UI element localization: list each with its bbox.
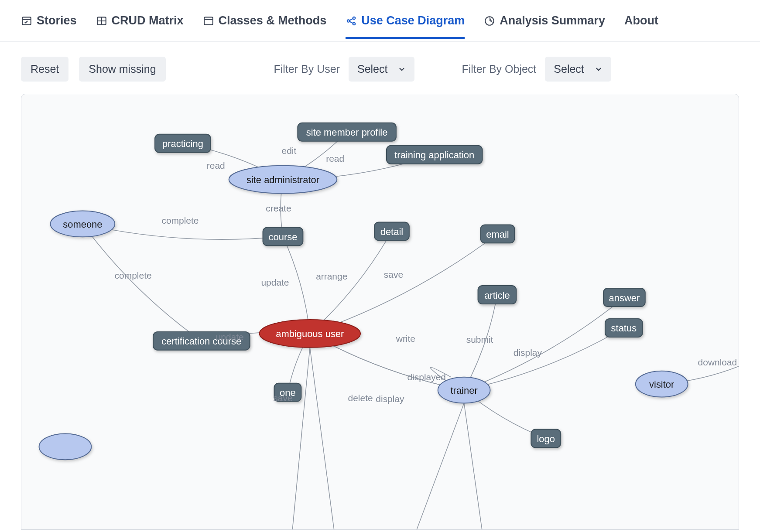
svg-text:article: article — [484, 290, 510, 301]
edge-label: complete — [115, 270, 152, 280]
filter-user-group: Filter By User Select — [274, 57, 415, 82]
tab-crud[interactable]: CRUD Matrix — [96, 14, 184, 39]
edge-label: save — [384, 269, 403, 280]
svg-text:email: email — [486, 229, 509, 240]
select-value: Select — [554, 63, 584, 75]
filter-object-select[interactable]: Select — [545, 57, 611, 82]
chevron-down-icon — [595, 65, 603, 73]
actor-node-siteadmin[interactable]: site administrator — [229, 166, 337, 194]
toolbar: Reset Show missing Filter By User Select… — [0, 42, 760, 94]
tab-usecase[interactable]: Use Case Diagram — [346, 14, 465, 39]
filter-object-label: Filter By Object — [462, 63, 536, 75]
edge — [464, 403, 483, 529]
tab-label: About — [624, 14, 658, 27]
svg-text:detail: detail — [380, 226, 403, 237]
edge-label: update — [216, 332, 244, 342]
object-node-training[interactable]: training application — [387, 146, 483, 164]
edge-label: read — [207, 160, 225, 171]
pie-icon — [484, 15, 495, 27]
svg-text:trainer: trainer — [451, 385, 478, 396]
edge — [82, 224, 201, 341]
edge-label: display — [376, 394, 404, 404]
object-node-profile[interactable]: site member profile — [298, 123, 396, 141]
edge-label: update — [261, 277, 289, 287]
edge-label: submit — [466, 334, 493, 344]
svg-rect-0 — [22, 17, 31, 24]
actor-node-visitor[interactable]: visitor — [636, 371, 688, 397]
diagram-panel[interactable]: practicingsite member profiletraining ap… — [21, 94, 739, 530]
filter-object-group: Filter By Object Select — [462, 57, 611, 82]
edge-label: edit — [282, 146, 297, 156]
object-node-practicing[interactable]: practicing — [155, 134, 211, 153]
tab-classes[interactable]: Classes & Methods — [203, 14, 327, 39]
object-node-article[interactable]: article — [478, 286, 517, 304]
edge-label: read — [326, 153, 344, 164]
svg-text:practicing: practicing — [162, 138, 203, 149]
show-missing-button[interactable]: Show missing — [79, 57, 165, 82]
tab-bar: Stories CRUD Matrix Classes & Methods Us… — [0, 0, 760, 42]
use-case-diagram[interactable]: practicingsite member profiletraining ap… — [21, 94, 739, 529]
window-icon — [203, 15, 214, 27]
edge-label: complete — [161, 215, 199, 225]
actor-node-ambiguous[interactable]: ambiguous user — [260, 320, 361, 348]
edge — [310, 234, 497, 334]
stories-icon — [21, 15, 32, 27]
edge — [414, 403, 464, 529]
svg-text:status: status — [611, 323, 637, 334]
svg-text:someone: someone — [63, 219, 102, 230]
svg-text:visitor: visitor — [649, 379, 674, 390]
svg-text:answer: answer — [609, 293, 640, 304]
svg-text:site administrator: site administrator — [246, 174, 319, 185]
svg-point-41 — [39, 433, 92, 460]
edge-label: delete — [348, 393, 373, 403]
reset-button[interactable]: Reset — [21, 57, 68, 82]
filter-user-select[interactable]: Select — [349, 57, 414, 82]
edge-label: displayed — [407, 372, 446, 382]
chevron-down-icon — [398, 65, 406, 73]
svg-text:site member profile: site member profile — [306, 127, 388, 138]
edge-label: create — [266, 203, 291, 213]
select-value: Select — [357, 63, 387, 75]
actor-node-unknown[interactable] — [39, 433, 92, 460]
object-node-course[interactable]: course — [263, 227, 303, 246]
object-node-logo[interactable]: logo — [531, 429, 561, 447]
edge-label: arrange — [316, 271, 347, 281]
object-node-answer[interactable]: answer — [603, 288, 645, 307]
edge-label: download — [698, 357, 737, 367]
grid-icon — [96, 15, 107, 27]
edge-label: display — [514, 348, 542, 358]
tab-label: CRUD Matrix — [112, 14, 184, 27]
tab-label: Classes & Methods — [219, 14, 327, 27]
tab-label: Analysis Summary — [500, 14, 605, 27]
edge-label: write — [396, 334, 415, 344]
edge — [310, 348, 335, 529]
object-node-email[interactable]: email — [481, 225, 515, 243]
tab-label: Use Case Diagram — [361, 14, 465, 27]
share-icon — [346, 15, 357, 27]
edge — [291, 348, 310, 529]
svg-text:logo: logo — [537, 433, 555, 444]
object-node-status[interactable]: status — [605, 319, 643, 337]
filter-user-label: Filter By User — [274, 63, 340, 75]
tab-stories[interactable]: Stories — [21, 14, 77, 39]
tab-label: Stories — [37, 14, 77, 27]
tab-analysis[interactable]: Analysis Summary — [484, 14, 605, 39]
edge-label: save — [273, 393, 292, 403]
svg-rect-2 — [204, 17, 213, 24]
tab-about[interactable]: About — [624, 14, 658, 39]
object-node-detail[interactable]: detail — [374, 222, 409, 240]
svg-text:training application: training application — [394, 150, 474, 160]
actor-node-someone[interactable]: someone — [51, 211, 115, 237]
svg-text:ambiguous user: ambiguous user — [276, 328, 344, 339]
svg-text:course: course — [269, 232, 298, 242]
